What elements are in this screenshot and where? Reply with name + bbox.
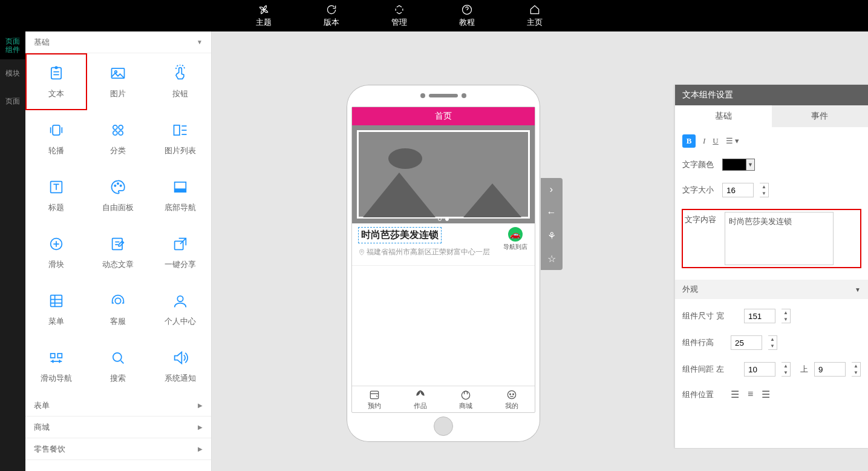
tab-mall[interactable]: 商城 bbox=[443, 386, 489, 412]
hero-image-placeholder[interactable] bbox=[352, 125, 535, 223]
comp-system-notice[interactable]: 系统通知 bbox=[149, 338, 211, 395]
rail-pages[interactable]: 页面 bbox=[0, 87, 25, 115]
tap-icon bbox=[171, 64, 189, 82]
step-up-icon: ▲ bbox=[760, 183, 768, 190]
store-info-block: 时尚芭莎美发连锁 福建省福州市高新区正荣财富中心一层 🚗 导航到店 bbox=[352, 223, 535, 266]
comp-button[interactable]: 按钮 bbox=[149, 53, 211, 110]
text-content-input[interactable]: 时尚芭莎美发连锁 bbox=[725, 212, 834, 265]
nav-home[interactable]: 主页 bbox=[501, 4, 569, 28]
nav-version-label: 版本 bbox=[324, 18, 339, 27]
nav-theme[interactable]: 主题 bbox=[230, 4, 298, 28]
comp-image-list[interactable]: 图片列表 bbox=[149, 110, 211, 167]
align-menu-icon[interactable]: ☰ ▾ bbox=[726, 136, 739, 146]
bottom-nav-icon bbox=[171, 178, 189, 196]
svg-point-25 bbox=[113, 353, 122, 361]
font-size-stepper[interactable]: ▲▼ bbox=[760, 183, 769, 197]
label-position: 组件位置 bbox=[682, 389, 725, 400]
label-margin-left: 组件间距 左 bbox=[682, 364, 738, 375]
phone-screen[interactable]: 首页 时尚芭莎美发连锁 福建省福州市高新区正荣财富中心一层 bbox=[351, 107, 535, 413]
tool-star[interactable]: ☆ bbox=[541, 247, 563, 270]
comp-free-panel[interactable]: 自由面板 bbox=[87, 167, 149, 224]
caret-right-icon: ▶ bbox=[198, 424, 203, 430]
svg-rect-10 bbox=[174, 125, 179, 135]
align-right-button[interactable]: ☰ bbox=[762, 389, 770, 400]
section-appearance[interactable]: 外观 ▼ bbox=[675, 280, 868, 299]
caret-right-icon: ▶ bbox=[198, 446, 203, 452]
accordion-form[interactable]: 表单▶ bbox=[25, 395, 211, 417]
label-line-height: 组件行高 bbox=[682, 337, 725, 348]
tool-cluster[interactable]: ⚘ bbox=[541, 224, 563, 247]
svg-point-31 bbox=[512, 394, 514, 395]
line-height-stepper[interactable]: ▲▼ bbox=[768, 335, 777, 350]
comp-carousel[interactable]: 轮播 bbox=[25, 110, 87, 167]
title-icon bbox=[47, 178, 65, 196]
props-tab-event[interactable]: 事件 bbox=[772, 105, 869, 127]
font-size-input[interactable] bbox=[722, 183, 754, 197]
comp-service[interactable]: 客服 bbox=[87, 281, 149, 338]
svg-point-9 bbox=[119, 131, 123, 135]
text-doc-icon bbox=[47, 64, 65, 82]
rail-modules[interactable]: 模块 bbox=[0, 59, 25, 87]
margin-left-stepper[interactable]: ▲▼ bbox=[782, 362, 791, 377]
svg-point-13 bbox=[117, 183, 119, 184]
palette-icon bbox=[109, 178, 127, 196]
svg-point-12 bbox=[115, 185, 116, 186]
phone-home-button bbox=[434, 417, 453, 436]
tab-booking[interactable]: 预约 bbox=[352, 386, 398, 412]
tab-works[interactable]: 作品 bbox=[397, 386, 443, 412]
components-panel: 基础 ▼ 文本 图片 按钮 轮播 分类 bbox=[25, 31, 212, 471]
comp-dynamic-article[interactable]: 动态文章 bbox=[87, 224, 149, 281]
margin-top-stepper[interactable]: ▲▼ bbox=[852, 362, 861, 377]
width-input[interactable] bbox=[744, 309, 775, 323]
label-font-size: 文字大小 bbox=[682, 185, 716, 196]
comp-search[interactable]: 搜索 bbox=[87, 338, 149, 395]
comp-profile[interactable]: 个人中心 bbox=[149, 281, 211, 338]
underline-button[interactable]: U bbox=[713, 136, 718, 146]
svg-rect-16 bbox=[174, 188, 186, 192]
canvas: 首页 时尚芭莎美发连锁 福建省福州市高新区正荣财富中心一层 bbox=[212, 31, 674, 471]
comp-text[interactable]: 文本 bbox=[25, 53, 87, 110]
image-list-icon bbox=[171, 121, 189, 139]
help-icon bbox=[461, 4, 473, 16]
tool-expand[interactable]: › bbox=[541, 178, 563, 201]
article-edit-icon bbox=[109, 235, 127, 253]
align-center-button[interactable]: ≡ bbox=[748, 389, 753, 400]
comp-sliding-nav[interactable]: 滑动导航 bbox=[25, 338, 87, 395]
comp-image[interactable]: 图片 bbox=[87, 53, 149, 110]
line-height-input[interactable] bbox=[731, 335, 762, 350]
comp-share[interactable]: 一键分享 bbox=[149, 224, 211, 281]
tool-back[interactable]: ← bbox=[541, 201, 563, 224]
label-margin-top: 上 bbox=[800, 364, 808, 375]
comp-slider[interactable]: 滑块 bbox=[25, 224, 87, 281]
props-tab-basic[interactable]: 基础 bbox=[675, 105, 772, 127]
svg-rect-20 bbox=[51, 295, 62, 307]
rail-page-components[interactable]: 页面组件 bbox=[0, 31, 25, 59]
color-picker[interactable]: ▼ bbox=[722, 159, 755, 171]
step-down-icon: ▼ bbox=[760, 190, 768, 197]
italic-button[interactable]: I bbox=[703, 136, 705, 146]
comp-title[interactable]: 标题 bbox=[25, 167, 87, 224]
nav-theme-label: 主题 bbox=[256, 18, 272, 27]
caret-down-icon: ▼ bbox=[197, 39, 203, 45]
svg-rect-24 bbox=[57, 354, 62, 358]
comp-category[interactable]: 分类 bbox=[87, 110, 149, 167]
accordion-mall[interactable]: 商城▶ bbox=[25, 417, 211, 438]
margin-top-input[interactable] bbox=[814, 362, 846, 377]
accordion-basic[interactable]: 基础 ▼ bbox=[25, 31, 211, 53]
margin-left-input[interactable] bbox=[744, 362, 775, 377]
bold-button[interactable]: B bbox=[682, 134, 696, 148]
nav-tutorial[interactable]: 教程 bbox=[433, 4, 501, 28]
comp-menu[interactable]: 菜单 bbox=[25, 281, 87, 338]
comp-bottom-nav[interactable]: 底部导航 bbox=[149, 167, 211, 224]
nav-manage[interactable]: 管理 bbox=[365, 4, 433, 28]
svg-point-8 bbox=[113, 131, 117, 135]
width-stepper[interactable]: ▲▼ bbox=[782, 309, 791, 323]
tab-mine[interactable]: 我的 bbox=[489, 386, 535, 412]
navigate-to-store[interactable]: 🚗 导航到店 bbox=[502, 227, 529, 262]
accordion-retail-fnb[interactable]: 零售餐饮▶ bbox=[25, 438, 211, 460]
nav-version[interactable]: 版本 bbox=[298, 4, 365, 28]
text-component-selected[interactable]: 时尚芭莎美发连锁 bbox=[358, 227, 442, 243]
page-title-bar: 首页 bbox=[352, 107, 535, 125]
nav-home-label: 主页 bbox=[527, 18, 543, 27]
align-left-button[interactable]: ☰ bbox=[731, 389, 739, 400]
